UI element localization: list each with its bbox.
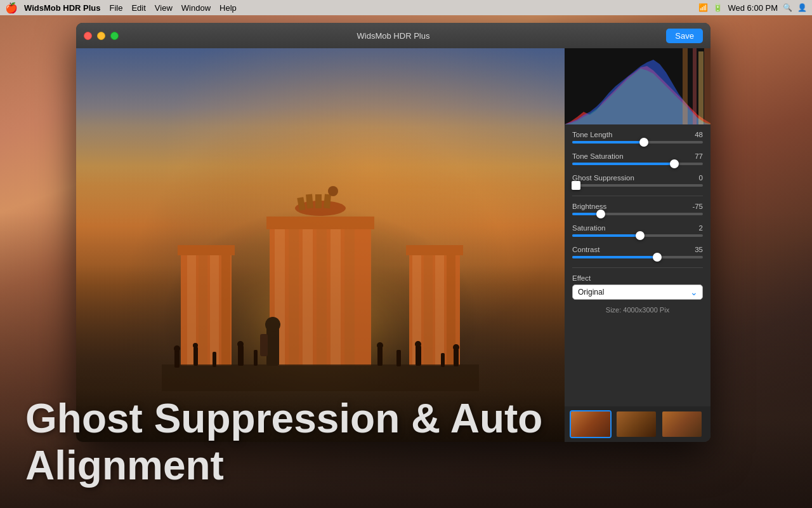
svg-point-26	[328, 186, 338, 196]
tone-length-control: Tone Length 48	[572, 131, 703, 144]
svg-rect-32	[213, 352, 216, 367]
svg-rect-27	[162, 364, 479, 391]
menu-items: File Edit View Window Help	[110, 3, 237, 13]
svg-rect-30	[193, 347, 198, 366]
svg-rect-44	[266, 328, 279, 366]
svg-rect-39	[416, 345, 421, 366]
histogram	[565, 48, 710, 124]
tone-length-thumb[interactable]	[639, 138, 648, 147]
thumbnail-strip	[565, 406, 710, 442]
saturation-label: Saturation	[572, 224, 605, 232]
search-icon[interactable]: 🔍	[783, 3, 792, 12]
svg-point-43	[453, 344, 459, 351]
battery-icon: 🔋	[713, 3, 723, 12]
svg-rect-3	[199, 245, 207, 366]
thumbnail-2[interactable]	[615, 410, 657, 438]
tone-saturation-label: Tone Saturation	[572, 152, 624, 160]
tone-length-value: 48	[695, 131, 703, 138]
svg-point-45	[265, 317, 280, 332]
ghost-suppression-thumb[interactable]	[572, 181, 580, 190]
big-text: Ghost Suppression & Auto Alignment	[0, 395, 552, 489]
thumbnail-1[interactable]	[570, 410, 612, 438]
tone-length-label: Tone Length	[572, 131, 612, 138]
maximize-button[interactable]	[110, 32, 119, 40]
saturation-value: 2	[699, 224, 703, 232]
svg-point-34	[237, 341, 244, 347]
svg-rect-12	[344, 220, 355, 366]
brightness-thumb[interactable]	[596, 210, 605, 218]
gate-svg	[162, 163, 479, 391]
svg-rect-19	[178, 245, 235, 255]
desktop: Ghost Suppression & Auto Alignment WidsM…	[0, 15, 812, 508]
tone-saturation-track[interactable]	[572, 163, 703, 165]
svg-point-40	[415, 341, 421, 347]
svg-rect-38	[396, 350, 401, 366]
svg-rect-10	[317, 220, 327, 366]
saturation-fill	[572, 234, 640, 237]
app-name[interactable]: WidsMob HDR Plus	[24, 3, 101, 13]
svg-rect-42	[454, 349, 459, 366]
titlebar: WidsMob HDR Plus Save	[76, 23, 710, 48]
svg-rect-16	[435, 245, 444, 366]
menu-edit[interactable]: Edit	[131, 3, 145, 13]
svg-rect-5	[221, 245, 230, 366]
menu-view[interactable]: View	[155, 3, 173, 13]
tone-saturation-fill	[572, 163, 674, 165]
menu-help[interactable]: Help	[219, 3, 237, 13]
tone-saturation-thumb[interactable]	[670, 159, 679, 168]
svg-rect-46	[260, 334, 268, 356]
ghost-suppression-track[interactable]	[572, 184, 703, 187]
svg-rect-33	[238, 345, 244, 366]
avatar: 👤	[797, 3, 807, 12]
brightness-track[interactable]	[572, 213, 703, 215]
thumbnail-3-image	[662, 411, 702, 437]
tone-saturation-value: 77	[695, 152, 703, 160]
saturation-track[interactable]	[572, 234, 703, 237]
histogram-svg	[565, 48, 710, 124]
menu-file[interactable]: File	[110, 3, 123, 13]
right-panel: Tone Length 48 Tone Saturation 77	[565, 48, 710, 442]
svg-rect-25	[324, 194, 331, 209]
menubar: 🍎 WidsMob HDR Plus File Edit View Window…	[0, 0, 812, 15]
thumbnail-2-image	[617, 411, 656, 437]
size-info: Size: 4000x3000 Pix	[572, 306, 703, 314]
minimize-button[interactable]	[97, 32, 105, 40]
close-button[interactable]	[84, 32, 92, 40]
tone-length-track[interactable]	[572, 141, 703, 144]
menu-window[interactable]: Window	[181, 3, 211, 13]
divider1	[572, 196, 703, 196]
saturation-control: Saturation 2	[572, 224, 703, 237]
saturation-thumb[interactable]	[636, 231, 645, 240]
thumbnail-1-image	[571, 411, 610, 437]
svg-rect-4	[210, 245, 219, 366]
svg-rect-20	[406, 245, 463, 255]
window-title: WidsMob HDR Plus	[357, 31, 430, 41]
apple-icon[interactable]: 🍎	[5, 2, 18, 14]
svg-point-37	[377, 342, 383, 349]
contrast-fill	[572, 256, 657, 258]
save-button[interactable]: Save	[666, 29, 703, 43]
menubar-right: 📶 🔋 Wed 6:00 PM 🔍 👤	[698, 3, 807, 13]
wifi-icon: 📶	[698, 3, 708, 12]
effect-select[interactable]: Original Vivid Natural Surreal	[572, 284, 703, 300]
ghost-suppression-control: Ghost Suppression 0	[572, 174, 703, 187]
tone-length-fill	[572, 141, 644, 144]
svg-rect-18	[266, 217, 374, 229]
traffic-lights	[84, 32, 119, 40]
contrast-value: 35	[695, 246, 703, 253]
image-area	[76, 48, 565, 442]
contrast-track[interactable]	[572, 256, 703, 258]
svg-rect-9	[303, 220, 313, 366]
contrast-thumb[interactable]	[653, 253, 662, 262]
divider2	[572, 267, 703, 268]
svg-rect-24	[315, 194, 322, 208]
contrast-label: Contrast	[572, 246, 599, 253]
ghost-suppression-label: Ghost Suppression	[572, 174, 634, 182]
app-window: WidsMob HDR Plus Save	[76, 23, 710, 442]
thumbnail-3[interactable]	[661, 410, 703, 438]
svg-rect-36	[377, 347, 383, 366]
contrast-control: Contrast 35	[572, 246, 703, 258]
clock: Wed 6:00 PM	[728, 3, 778, 13]
svg-rect-35	[254, 350, 258, 366]
effect-row: Effect Original Vivid Natural Surreal ⌄	[572, 274, 703, 300]
